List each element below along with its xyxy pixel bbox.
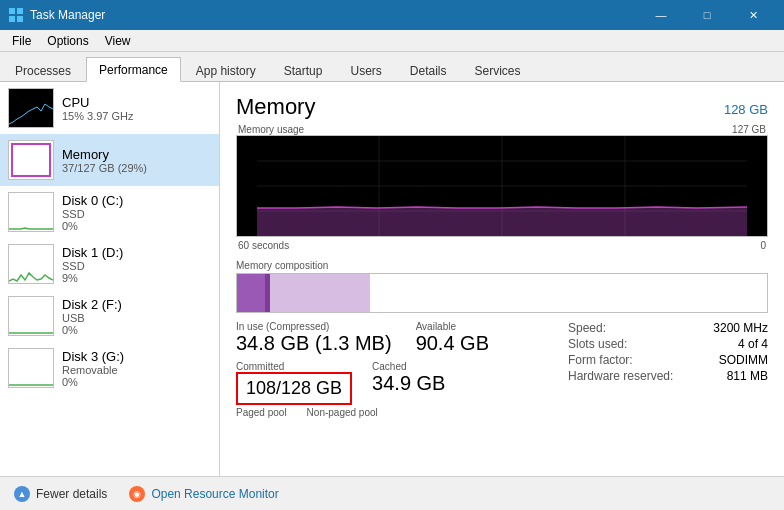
svg-rect-5: [9, 141, 53, 179]
tab-apphistory[interactable]: App history: [183, 58, 269, 82]
usage-graph: [236, 135, 768, 237]
memory-label: Memory: [62, 147, 211, 162]
disk2-mini-graph: [9, 297, 53, 335]
disk1-info: Disk 1 (D:) SSD 9%: [62, 245, 211, 284]
composition-bar: [236, 273, 768, 313]
stat-cached: Cached 34.9 GB: [372, 361, 445, 395]
disk3-label: Disk 3 (G:): [62, 349, 211, 364]
disk2-type: USB: [62, 312, 211, 324]
memory-info: Memory 37/127 GB (29%): [62, 147, 211, 174]
disk3-type: Removable: [62, 364, 211, 376]
time-start: 60 seconds: [238, 240, 289, 251]
comp-standby: [270, 274, 370, 312]
svg-rect-4: [9, 89, 53, 127]
svg-rect-7: [9, 193, 53, 231]
tab-services[interactable]: Services: [462, 58, 534, 82]
cpu-stat: 15% 3.97 GHz: [62, 110, 211, 122]
disk1-mini-graph: [9, 245, 53, 283]
speed-value: 3200 MHz: [713, 321, 768, 335]
fewer-details-label: Fewer details: [36, 487, 107, 501]
tab-performance[interactable]: Performance: [86, 57, 181, 82]
non-paged-pool-label: Non-paged pool: [307, 407, 378, 418]
composition-section: Memory composition: [236, 260, 768, 313]
pool-labels: Paged pool Non-paged pool: [236, 407, 568, 418]
fewer-details-icon: ▲: [14, 486, 30, 502]
sidebar-item-disk3[interactable]: Disk 3 (G:) Removable 0%: [0, 342, 219, 394]
sidebar-item-memory[interactable]: Memory 37/127 GB (29%): [0, 134, 219, 186]
memory-stat: 37/127 GB (29%): [62, 162, 211, 174]
fewer-details-button[interactable]: ▲ Fewer details: [8, 483, 113, 505]
disk1-icon: [8, 244, 54, 284]
maximize-button[interactable]: □: [684, 0, 730, 30]
disk3-mini-graph: [9, 349, 53, 387]
stats-row2: Committed 108/128 GB Cached 34.9 GB: [236, 361, 568, 405]
svg-rect-0: [9, 8, 15, 14]
disk1-stat: 9%: [62, 272, 211, 284]
committed-box: 108/128 GB: [236, 372, 352, 405]
usage-max: 127 GB: [732, 124, 766, 135]
main-area: CPU 15% 3.97 GHz Memory 37/127 GB (29%): [0, 82, 784, 476]
close-button[interactable]: ✕: [730, 0, 776, 30]
menu-file[interactable]: File: [4, 32, 39, 50]
available-value: 90.4 GB: [416, 332, 489, 355]
disk0-label: Disk 0 (C:): [62, 193, 211, 208]
cpu-label: CPU: [62, 95, 211, 110]
svg-rect-1: [17, 8, 23, 14]
disk0-icon: [8, 192, 54, 232]
tab-processes[interactable]: Processes: [2, 58, 84, 82]
menu-options[interactable]: Options: [39, 32, 96, 50]
memory-icon: [8, 140, 54, 180]
svg-rect-9: [9, 297, 53, 335]
svg-rect-2: [9, 16, 15, 22]
resource-monitor-section[interactable]: ◉ Open Resource Monitor: [129, 486, 278, 502]
taskmanager-icon: [8, 7, 24, 23]
disk3-info: Disk 3 (G:) Removable 0%: [62, 349, 211, 388]
disk0-type: SSD: [62, 208, 211, 220]
sidebar-item-disk0[interactable]: Disk 0 (C:) SSD 0%: [0, 186, 219, 238]
window-controls: — □ ✕: [638, 0, 776, 30]
memory-mini-graph: [9, 141, 53, 179]
time-labels: 60 seconds 0: [236, 239, 768, 252]
cached-value: 34.9 GB: [372, 372, 445, 395]
cpu-icon: [8, 88, 54, 128]
usage-label: Memory usage: [238, 124, 304, 135]
time-end: 0: [760, 240, 766, 251]
tab-startup[interactable]: Startup: [271, 58, 336, 82]
window-title: Task Manager: [30, 8, 638, 22]
disk3-icon: [8, 348, 54, 388]
disk2-stat: 0%: [62, 324, 211, 336]
sidebar-item-disk1[interactable]: Disk 1 (D:) SSD 9%: [0, 238, 219, 290]
menu-view[interactable]: View: [97, 32, 139, 50]
paged-pool-label: Paged pool: [236, 407, 287, 418]
slots-value: 4 of 4: [738, 337, 768, 351]
slots-row: Slots used: 4 of 4: [568, 337, 768, 351]
disk0-stat: 0%: [62, 220, 211, 232]
tab-details[interactable]: Details: [397, 58, 460, 82]
memory-total: 128 GB: [724, 102, 768, 117]
disk0-mini-graph: [9, 193, 53, 231]
tab-users[interactable]: Users: [337, 58, 394, 82]
sidebar-item-disk2[interactable]: Disk 2 (F:) USB 0%: [0, 290, 219, 342]
cpu-info: CPU 15% 3.97 GHz: [62, 95, 211, 122]
disk0-info: Disk 0 (C:) SSD 0%: [62, 193, 211, 232]
sidebar: CPU 15% 3.97 GHz Memory 37/127 GB (29%): [0, 82, 220, 476]
stats-area: In use (Compressed) 34.8 GB (1.3 MB) Ava…: [236, 321, 768, 418]
comp-inuse: [237, 274, 265, 312]
usage-svg: [237, 136, 767, 236]
sidebar-item-cpu[interactable]: CPU 15% 3.97 GHz: [0, 82, 219, 134]
form-row: Form factor: SODIMM: [568, 353, 768, 367]
content-panel: Memory 128 GB Memory usage 127 GB: [220, 82, 784, 476]
speed-label: Speed:: [568, 321, 606, 335]
usage-graph-container: Memory usage 127 GB: [236, 124, 768, 252]
composition-label: Memory composition: [236, 260, 768, 271]
stats-left: In use (Compressed) 34.8 GB (1.3 MB) Ava…: [236, 321, 568, 418]
committed-label: Committed: [236, 361, 352, 372]
resource-monitor-link[interactable]: Open Resource Monitor: [151, 487, 278, 501]
form-value: SODIMM: [719, 353, 768, 367]
hw-row: Hardware reserved: 811 MB: [568, 369, 768, 383]
menubar: File Options View: [0, 30, 784, 52]
stat-committed: Committed 108/128 GB: [236, 361, 352, 405]
committed-value: 108/128 GB: [246, 378, 342, 399]
minimize-button[interactable]: —: [638, 0, 684, 30]
stat-inuse: In use (Compressed) 34.8 GB (1.3 MB): [236, 321, 392, 355]
